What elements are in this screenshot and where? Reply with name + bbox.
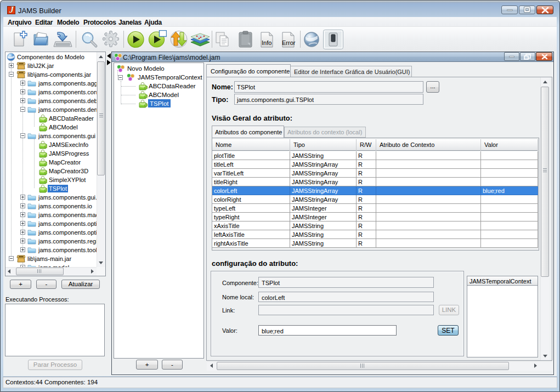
- svg-text:Info: Info: [262, 39, 271, 46]
- svg-text:Error: Error: [282, 39, 296, 46]
